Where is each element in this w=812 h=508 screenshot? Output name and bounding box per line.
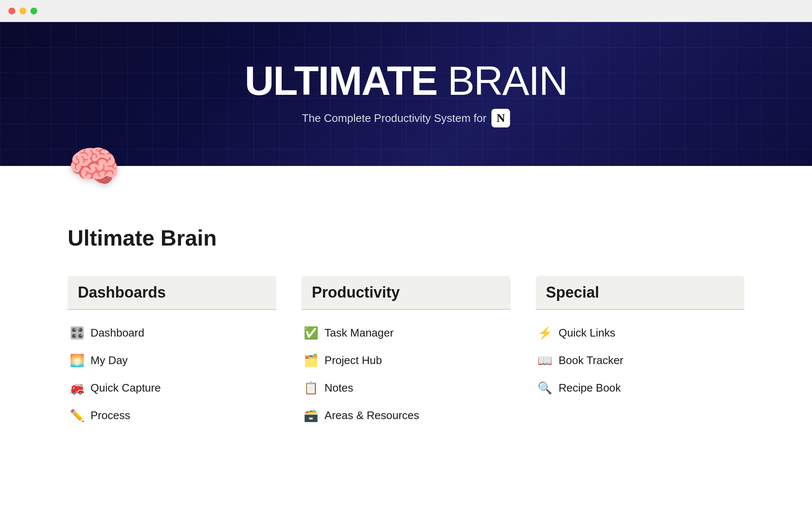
hero-title: ULTIMATE BRAIN [244,61,567,101]
list-item[interactable]: 🎛️Dashboard [68,320,276,346]
section-header-dashboards: Dashboards [68,276,276,309]
section-items-dashboards: 🎛️Dashboard🌅My Day🚒Quick Capture✏️Proces… [68,320,276,428]
brain-container: 🧠 [0,166,812,200]
item-emoji-icon: 🚒 [69,381,85,395]
section-title-productivity: Productivity [312,284,500,301]
notion-logo: N [497,111,505,125]
item-label: Project Hub [324,354,382,367]
item-label: Quick Links [559,326,615,340]
item-emoji-icon: 🔍 [538,381,553,395]
item-label: Recipe Book [559,381,621,395]
list-item[interactable]: ⚡Quick Links [536,320,744,346]
list-item[interactable]: 🚒Quick Capture [68,375,276,401]
item-label: Areas & Resources [324,409,419,422]
section-special: Special⚡Quick Links📖Book Tracker🔍Recipe … [536,276,744,428]
notion-badge: N [491,109,510,127]
list-item[interactable]: ✏️Process [68,403,276,428]
section-dashboards: Dashboards🎛️Dashboard🌅My Day🚒Quick Captu… [68,276,276,428]
section-header-productivity: Productivity [302,276,510,309]
hero-subtitle: The Complete Productivity System for N [302,109,510,127]
item-emoji-icon: ⚡ [538,326,553,340]
item-label: Task Manager [324,326,393,340]
list-item[interactable]: 🗃️Areas & Resources [302,403,510,428]
list-item[interactable]: 🗂️Project Hub [302,348,510,373]
main-content: Ultimate Brain Dashboards🎛️Dashboard🌅My … [0,200,812,462]
section-items-special: ⚡Quick Links📖Book Tracker🔍Recipe Book [536,320,744,401]
section-divider-dashboards [68,309,276,310]
item-emoji-icon: 🌅 [69,353,85,367]
hero-banner: ULTIMATE BRAIN The Complete Productivity… [0,22,812,166]
item-emoji-icon: 🗃️ [303,409,318,422]
item-label: Quick Capture [91,381,161,395]
title-bar [0,0,812,22]
section-productivity: Productivity✅Task Manager🗂️Project Hub📋N… [302,276,510,428]
page-title: Ultimate Brain [68,225,744,251]
item-label: Book Tracker [559,354,623,367]
section-header-special: Special [536,276,744,309]
minimize-button[interactable] [19,8,26,14]
hero-subtitle-text: The Complete Productivity System for [302,112,486,125]
item-emoji-icon: ✅ [303,326,318,340]
item-label: Process [91,409,130,422]
item-emoji-icon: ✏️ [69,409,85,422]
list-item[interactable]: 🔍Recipe Book [536,375,744,401]
section-divider-special [536,309,744,310]
maximize-button[interactable] [30,8,37,14]
item-label: My Day [91,354,128,367]
hero-title-bold: ULTIMATE [244,58,437,103]
hero-title-thin: BRAIN [437,58,567,103]
close-button[interactable] [8,8,15,14]
list-item[interactable]: ✅Task Manager [302,320,510,346]
sections-grid: Dashboards🎛️Dashboard🌅My Day🚒Quick Captu… [68,276,744,428]
item-label: Dashboard [91,326,144,340]
item-emoji-icon: 🗂️ [303,353,318,367]
brain-emoji: 🧠 [68,145,121,187]
list-item[interactable]: 📋Notes [302,375,510,401]
item-label: Notes [324,381,353,395]
list-item[interactable]: 📖Book Tracker [536,348,744,373]
item-emoji-icon: 📋 [303,381,318,395]
section-title-dashboards: Dashboards [78,284,266,301]
section-title-special: Special [546,284,734,301]
section-items-productivity: ✅Task Manager🗂️Project Hub📋Notes🗃️Areas … [302,320,510,428]
item-emoji-icon: 📖 [538,353,553,367]
section-divider-productivity [302,309,510,310]
item-emoji-icon: 🎛️ [69,326,85,340]
list-item[interactable]: 🌅My Day [68,348,276,373]
